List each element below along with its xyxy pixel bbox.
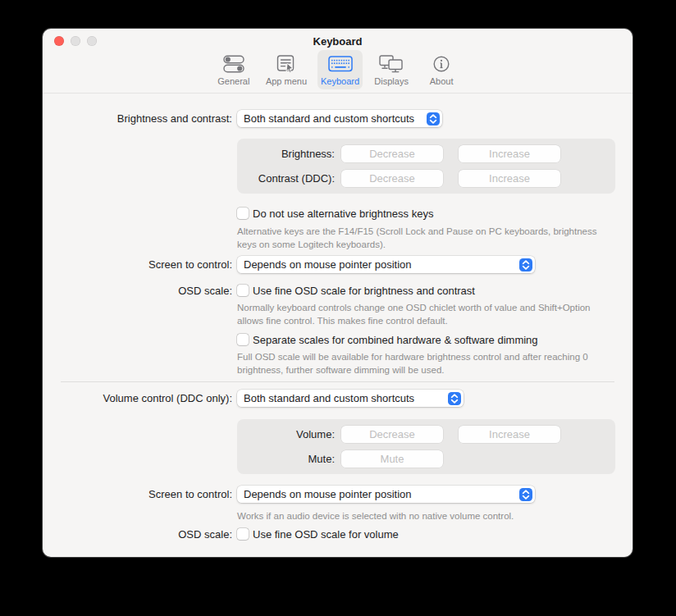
checkbox-label: Use fine OSD scale for volume	[253, 528, 399, 541]
mute-row: Mute: Mute	[237, 450, 615, 468]
field-label: Volume control (DDC only):	[43, 392, 232, 404]
contrast-increase-button[interactable]: Increase	[459, 170, 560, 187]
separate-scales-checkbox[interactable]	[237, 334, 249, 345]
help-line: keys on some Logitech keyboards).	[237, 239, 597, 252]
row-label: Brightness:	[237, 148, 335, 160]
screen-to-control-select[interactable]: Depends on mouse pointer position	[237, 256, 535, 273]
window-title: Keyboard	[43, 35, 633, 48]
tab-label: Keyboard	[321, 76, 359, 86]
tab-label: Displays	[374, 76, 409, 86]
help-line: brightness, further software dimming wil…	[237, 364, 588, 377]
popup-value: Depends on mouse pointer position	[244, 488, 412, 500]
field-label: OSD scale:	[43, 528, 232, 541]
checkbox-label: Do not use alternative brightness keys	[253, 208, 433, 220]
fine-osd-help: Normally keyboard controls change one OS…	[237, 302, 591, 327]
chevron-up-down-icon	[448, 392, 461, 405]
info-circle-icon	[432, 52, 450, 75]
fine-osd-checkbox[interactable]	[237, 285, 249, 296]
field-label: Screen to control:	[43, 258, 232, 271]
volume-shortcuts-row: Volume control (DDC only): Both standard…	[43, 390, 633, 407]
popup-value: Both standard and custom shortcuts	[244, 112, 414, 125]
volume-buttons-group: Volume: Decrease Increase Mute: Mute	[237, 419, 615, 474]
separate-scales-help: Full OSD scale will be available for har…	[237, 351, 588, 376]
field-label: Brightness and contrast:	[43, 112, 232, 125]
chevron-up-down-icon	[519, 258, 532, 271]
volume-screen-help: Works if an audio device is selected wit…	[237, 510, 514, 523]
displays-icon	[379, 52, 404, 75]
brightness-increase-button[interactable]: Increase	[459, 145, 560, 162]
alt-keys-help: Alternative keys are the F14/F15 (Scroll…	[237, 226, 597, 251]
row-label: Mute:	[237, 453, 335, 465]
chevron-up-down-icon	[519, 488, 532, 501]
popup-value: Depends on mouse pointer position	[244, 258, 412, 271]
brightness-shortcuts-select[interactable]: Both standard and custom shortcuts	[237, 110, 442, 127]
field-label: Screen to control:	[43, 488, 232, 500]
volume-screen-row: Screen to control: Depends on mouse poin…	[43, 486, 633, 503]
alt-keys-row: Do not use alternative brightness keys	[43, 207, 633, 220]
tab-about[interactable]: About	[420, 50, 463, 89]
checkbox-label: Separate scales for combined hardware & …	[253, 334, 538, 346]
tab-app-menu[interactable]: App menu	[263, 50, 310, 89]
separate-scales-row: Separate scales for combined hardware & …	[43, 333, 633, 346]
brightness-row: Brightness: Decrease Increase	[237, 145, 615, 162]
tab-displays[interactable]: Displays	[370, 50, 413, 89]
volume-shortcuts-select[interactable]: Both standard and custom shortcuts	[237, 390, 464, 407]
volume-screen-select[interactable]: Depends on mouse pointer position	[237, 486, 535, 503]
tab-label: General	[217, 76, 249, 86]
keyboard-icon	[328, 52, 353, 75]
volume-osd-row: OSD scale: Use fine OSD scale for volume	[43, 527, 633, 541]
help-line: allows fine control. This makes fine con…	[237, 315, 591, 328]
osd-scale-row: OSD scale: Use fine OSD scale for bright…	[43, 284, 633, 297]
volume-decrease-button[interactable]: Decrease	[341, 426, 443, 443]
toolbar-divider	[43, 93, 633, 94]
checkbox-label: Use fine OSD scale for brightness and co…	[253, 285, 475, 297]
contrast-row: Contrast (DDC): Decrease Increase	[237, 170, 615, 187]
mute-button[interactable]: Mute	[341, 450, 443, 468]
help-line: Works if an audio device is selected wit…	[237, 510, 514, 523]
brightness-decrease-button[interactable]: Decrease	[341, 145, 443, 162]
screen-to-control-row: Screen to control: Depends on mouse poin…	[43, 256, 633, 273]
row-label: Volume:	[237, 428, 335, 440]
popup-value: Both standard and custom shortcuts	[244, 392, 414, 404]
tab-label: About	[430, 76, 454, 86]
contrast-decrease-button[interactable]: Decrease	[341, 170, 443, 187]
help-line: Normally keyboard controls change one OS…	[237, 302, 591, 315]
preferences-window: Keyboard General	[43, 29, 633, 557]
alt-keys-checkbox[interactable]	[237, 208, 249, 219]
tab-keyboard[interactable]: Keyboard	[317, 50, 363, 89]
switches-icon	[223, 52, 244, 75]
desktop-background: Keyboard General	[0, 0, 676, 616]
menu-cursor-icon	[276, 52, 296, 75]
brightness-buttons-group: Brightness: Decrease Increase Contrast (…	[237, 139, 615, 194]
volume-increase-button[interactable]: Increase	[459, 426, 560, 443]
row-label: Contrast (DDC):	[237, 172, 335, 185]
section-divider	[61, 381, 614, 382]
chevron-up-down-icon	[427, 112, 440, 125]
help-line: Alternative keys are the F14/F15 (Scroll…	[237, 226, 597, 239]
brightness-shortcuts-row: Brightness and contrast: Both standard a…	[43, 110, 633, 127]
tab-general[interactable]: General	[212, 50, 255, 89]
fine-osd-volume-checkbox[interactable]	[237, 528, 249, 540]
volume-row: Volume: Decrease Increase	[237, 426, 615, 443]
tab-label: App menu	[266, 76, 307, 86]
help-line: Full OSD scale will be available for har…	[237, 351, 588, 364]
field-label: OSD scale:	[43, 285, 232, 297]
preferences-toolbar: General App menu	[43, 50, 633, 93]
